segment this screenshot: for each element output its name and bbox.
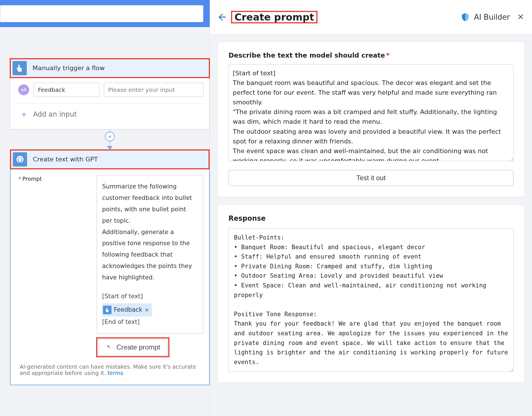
panel-brand: AI Builder ✕ — [460, 12, 524, 22]
ai-builder-panel: Create prompt AI Builder ✕ Describe the … — [210, 0, 532, 416]
touch-icon — [13, 61, 27, 75]
flow-area: Manually trigger a flow aA Feedback Plea… — [0, 27, 210, 397]
back-arrow-icon[interactable] — [217, 12, 226, 22]
gpt-icon — [13, 152, 27, 167]
end-tag: [End of text] — [102, 316, 198, 328]
dynamic-token-feedback[interactable]: Feedback × — [102, 303, 152, 316]
start-tag: [Start of text] — [102, 291, 198, 302]
response-output[interactable]: Bullet-Points: • Banquet Room: Beautiful… — [228, 228, 513, 372]
arrow-down-icon — [107, 146, 113, 150]
trigger-header[interactable]: Manually trigger a flow — [10, 59, 209, 78]
add-input-label: Add an input — [33, 110, 77, 118]
text-type-icon: aA — [18, 84, 29, 95]
gpt-card: Create text with GPT *Prompt Summarize t… — [10, 149, 210, 385]
create-prompt-label: Create prompt — [116, 343, 160, 351]
panel-body: Describe the text the model should creat… — [210, 34, 532, 416]
ai-disclaimer: AI-generated content can have mistakes. … — [19, 357, 203, 379]
connector: ＋ — [10, 129, 210, 149]
command-search-input[interactable] — [0, 5, 203, 22]
response-card: Response Bullet-Points: • Banquet Room: … — [217, 204, 525, 383]
ai-builder-icon — [460, 12, 470, 22]
divider — [18, 103, 204, 104]
trigger-card: Manually trigger a flow aA Feedback Plea… — [10, 58, 210, 129]
touch-icon — [103, 306, 112, 314]
gpt-header[interactable]: Create text with GPT — [11, 150, 209, 169]
prompt-field-label: *Prompt — [19, 175, 90, 334]
add-input-button[interactable]: ＋ Add an input — [18, 107, 204, 123]
trigger-param-row: aA Feedback Please enter your input — [18, 82, 204, 102]
brand-label: AI Builder — [474, 13, 510, 21]
prompt-text: Summarize the following customer feedbac… — [102, 181, 198, 283]
describe-label: Describe the text the model should creat… — [228, 52, 513, 59]
test-button[interactable]: Test it out — [228, 170, 513, 186]
describe-textarea[interactable] — [228, 64, 513, 161]
response-label: Response — [228, 214, 513, 222]
remove-token-icon[interactable]: × — [145, 305, 149, 315]
trigger-title: Manually trigger a flow — [33, 64, 105, 72]
param-value-input[interactable]: Please enter your input — [104, 83, 204, 97]
close-icon[interactable]: ✕ — [517, 12, 524, 22]
describe-card: Describe the text the model should creat… — [217, 42, 525, 197]
panel-title: Create prompt — [232, 11, 317, 24]
command-bar — [0, 0, 210, 27]
param-name-input[interactable]: Feedback — [34, 83, 99, 97]
panel-header: Create prompt AI Builder ✕ — [210, 0, 532, 34]
param-name-value: Feedback — [38, 86, 65, 93]
add-step-button[interactable]: ＋ — [105, 132, 115, 141]
token-label: Feedback — [114, 304, 142, 316]
gpt-title: Create text with GPT — [33, 156, 98, 163]
flow-canvas: Manually trigger a flow aA Feedback Plea… — [0, 0, 210, 416]
prompt-textarea[interactable]: Summarize the following customer feedbac… — [97, 175, 203, 334]
plus-icon: ＋ — [20, 110, 28, 118]
required-star: * — [19, 176, 21, 182]
terms-link[interactable]: terms — [108, 370, 123, 376]
sparkle-icon — [106, 344, 112, 350]
create-prompt-button[interactable]: Create prompt — [98, 339, 168, 356]
param-value-placeholder: Please enter your input — [108, 86, 175, 93]
test-button-label: Test it out — [356, 174, 386, 182]
